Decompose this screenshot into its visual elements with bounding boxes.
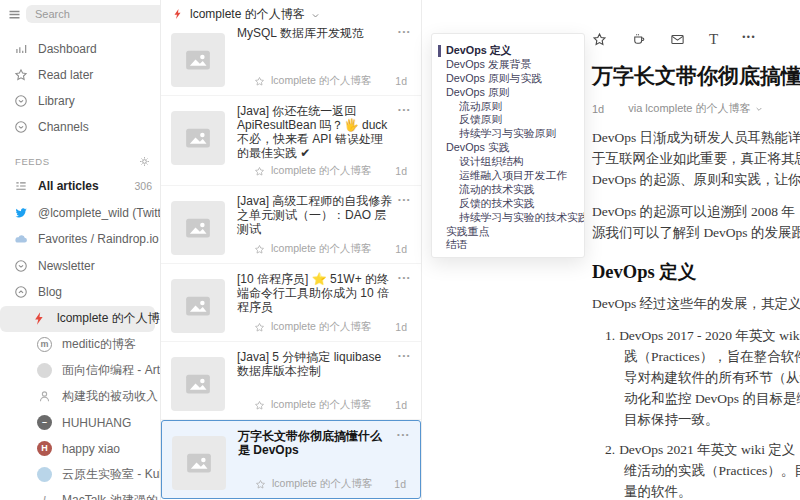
more-button[interactable]: ••• <box>398 105 411 114</box>
list-item[interactable]: [10 倍程序员] ⭐ 51W+ 的终端命令行工具助你成为 10 倍程序员lco… <box>161 264 421 342</box>
more-button[interactable]: ••• <box>397 430 410 439</box>
toc-item[interactable]: 结语 <box>432 238 584 252</box>
toc-item-label: 反馈的技术实践 <box>459 197 535 209</box>
feed-item-label: HUHUHANG <box>62 416 131 430</box>
image-placeholder-icon <box>183 45 213 75</box>
toc-item[interactable]: 流动原则 <box>432 100 584 114</box>
ordered-list: 1.DevOps 2017 - 2020 年英文 wiki 定义践（Practi… <box>592 325 800 500</box>
feed-item-raindrop[interactable]: Favorites / Raindrop.io <box>0 226 160 253</box>
text-line: 于互联网企业如此重要，真正将其思考透彻的 <box>592 148 800 169</box>
toc-item[interactable]: 持续学习与实验原则 <box>432 127 584 141</box>
cup-icon[interactable] <box>631 32 646 47</box>
item-title: 万字长文带你彻底搞懂什么是 DevOps <box>238 429 408 457</box>
sidebar-item-channels[interactable]: Channels <box>0 114 160 140</box>
more-button[interactable]: ••• <box>398 28 411 36</box>
toc-item[interactable]: DevOps 实践 <box>432 141 584 155</box>
star-icon[interactable] <box>254 244 265 255</box>
item-footer: lcomplete 的个人博客1d <box>237 238 409 256</box>
toc-item[interactable]: 运维融入项目开发工作 <box>432 169 584 183</box>
text-format-icon[interactable]: T <box>709 32 718 47</box>
blog-feed-item[interactable]: 构建我的被动收入 <box>0 384 160 410</box>
blog-feed-item[interactable]: –HUHUHANG <box>0 410 160 436</box>
toc-item[interactable]: 实践重点 <box>432 225 584 239</box>
blog-feed-item[interactable]: Hhappy xiao <box>0 436 160 462</box>
toc-item-label: DevOps 原则与实践 <box>446 72 542 84</box>
feed-header[interactable]: lcomplete 的个人博客 <box>161 0 421 28</box>
list-item[interactable]: MySQL 数据库开发规范lcomplete 的个人博客1d••• <box>161 28 421 96</box>
sidebar-item-label: Read later <box>38 68 93 82</box>
toc-item[interactable]: 设计组织结构 <box>432 155 584 169</box>
gear-icon[interactable] <box>138 155 151 168</box>
more-icon[interactable]: ••• <box>742 32 757 47</box>
feeds-list: All articles306@lcomplete_wild (Twitt...… <box>0 173 160 306</box>
active-indicator <box>438 45 441 57</box>
feed-item-newsletter[interactable]: Newsletter <box>0 253 160 280</box>
item-title: [Java] 你还在统一返回 ApiResultBean 吗？🖐 duck 不必… <box>237 104 409 160</box>
chevron-down-icon <box>311 11 320 20</box>
thumbnail <box>171 357 225 411</box>
item-footer: lcomplete 的个人博客1d <box>237 160 409 178</box>
time-label: 1d <box>394 478 406 490</box>
item-footer: lcomplete 的个人博客1d <box>237 394 409 412</box>
feed-item-twitter[interactable]: @lcomplete_wild (Twitt...264 <box>0 200 160 227</box>
more-button[interactable]: ••• <box>398 195 411 204</box>
mail-icon[interactable] <box>670 32 685 47</box>
chevron-circle-icon <box>14 120 28 134</box>
chevron-down-icon <box>755 105 763 113</box>
article-body: DevOps 日渐成为研发人员耳熟能详的一个组于互联网企业如此重要，真正将其思考… <box>592 127 800 500</box>
item-title: [Java] 高级工程师的自我修养之单元测试（一）：DAO 层测试 <box>237 194 409 236</box>
search-input[interactable] <box>26 5 161 23</box>
star-icon[interactable] <box>254 322 265 333</box>
paragraph: DevOps 的起源可以追溯到 2008 年，在一次源我们可以了解到 DevOp… <box>592 201 800 243</box>
image-placeholder-icon <box>183 213 213 243</box>
blog-feed-item[interactable]: mmeditic的博客 <box>0 332 160 358</box>
toc-item[interactable]: DevOps 原则 <box>432 86 584 100</box>
blog-feed-item[interactable]: 云原生实验室 - Kube... <box>0 462 160 488</box>
text-line: 目标保持一致。 <box>605 409 800 430</box>
blog-feed-item[interactable]: /MacTalk-池建强的... <box>0 488 160 500</box>
more-button[interactable]: ••• <box>398 273 411 282</box>
toc-item[interactable]: DevOps 发展背景 <box>432 58 584 72</box>
toc-item[interactable]: DevOps 定义 <box>432 44 584 58</box>
list-item[interactable]: 万字长文带你彻底搞懂什么是 DevOpslcomplete 的个人博客1d••• <box>161 420 421 499</box>
thumbnail <box>172 436 226 490</box>
item-main: 万字长文带你彻底搞懂什么是 DevOpslcomplete 的个人博客1d <box>238 429 408 491</box>
source-label: lcomplete 的个人博客 <box>271 320 371 334</box>
blog-feed-item[interactable]: lcomplete 的个人博客 <box>0 306 155 332</box>
blog-feed-item[interactable]: 面向信仰编程 - Artic... <box>0 358 160 384</box>
list-item[interactable]: [Java] 高级工程师的自我修养之单元测试（一）：DAO 层测试lcomple… <box>161 186 421 264</box>
item-main: [Java] 你还在统一返回 ApiResultBean 吗？🖐 duck 不必… <box>237 104 409 178</box>
more-button[interactable]: ••• <box>398 351 411 360</box>
star-icon[interactable] <box>592 32 607 47</box>
feed-item-blog[interactable]: Blog <box>0 279 160 306</box>
star-icon[interactable] <box>254 76 265 87</box>
toc-item[interactable]: 持续学习与实验的技术实践 <box>432 211 584 225</box>
lightning-icon <box>32 311 47 326</box>
time-label: 1d <box>395 165 407 177</box>
toc-item[interactable]: 反馈的技术实践 <box>432 197 584 211</box>
feed-item-label: meditic的博客 <box>62 336 136 353</box>
star-icon[interactable] <box>255 479 266 490</box>
feed-item-label: lcomplete 的个人博客 <box>57 310 161 327</box>
sidebar-item-label: Channels <box>38 120 89 134</box>
list-item[interactable]: [Java] 5 分钟搞定 liquibase 数据库版本控制lcomplete… <box>161 342 421 420</box>
thumbnail <box>171 111 225 165</box>
toc-item-label: 结语 <box>446 238 468 250</box>
text-line: 量的软件。 <box>605 481 800 500</box>
feed-favicon <box>37 467 52 482</box>
text-line: 动化和监控 DevOps 的目标是缩短开发周 <box>605 388 800 409</box>
sidebar-item-read-later[interactable]: Read later <box>0 62 160 88</box>
toc-item[interactable]: 流动的技术实践 <box>432 183 584 197</box>
toc-item[interactable]: DevOps 原则与实践 <box>432 72 584 86</box>
star-icon[interactable] <box>254 400 265 411</box>
menu-icon[interactable] <box>7 7 22 22</box>
feed-item-label: 面向信仰编程 - Artic... <box>62 362 161 379</box>
list-item[interactable]: [Java] 你还在统一返回 ApiResultBean 吗？🖐 duck 不必… <box>161 96 421 186</box>
via-source[interactable]: via lcomplete 的个人博客 <box>628 101 762 116</box>
feed-item-all-articles[interactable]: All articles306 <box>0 173 160 200</box>
blog-children-list: lcomplete 的个人博客mmeditic的博客面向信仰编程 - Artic… <box>0 306 160 500</box>
sidebar-item-dashboard[interactable]: Dashboard <box>0 36 160 62</box>
toc-item[interactable]: 反馈原则 <box>432 113 584 127</box>
star-icon[interactable] <box>254 166 265 177</box>
sidebar-item-library[interactable]: Library <box>0 88 160 114</box>
